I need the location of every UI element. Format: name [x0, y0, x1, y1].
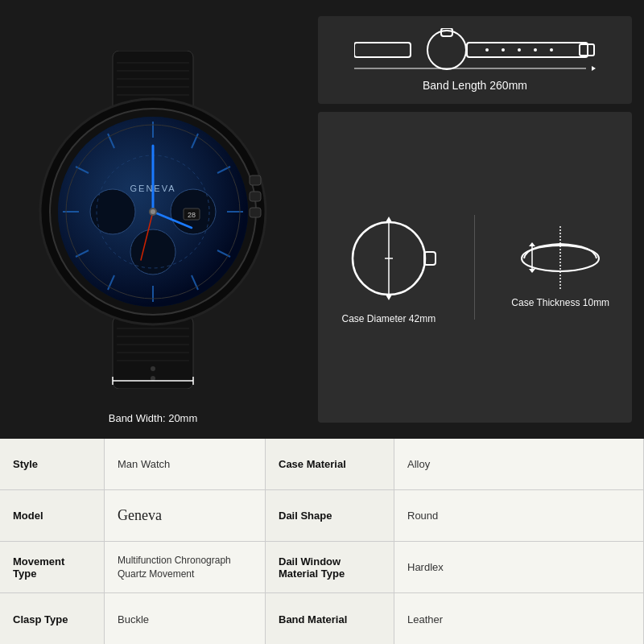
svg-point-12: [151, 366, 155, 371]
watch-container: GENEVA 28 Band Width: 20mm: [0, 0, 306, 439]
band-width-text: Band Width: 20mm: [109, 412, 198, 424]
dial-window-value-text: Hardlex: [407, 561, 444, 573]
svg-point-13: [151, 376, 155, 381]
case-thickness-label: Case Thickness 10mm: [511, 297, 609, 308]
cell-movement-value: Multifunction Chronograph Quartz Movemen…: [105, 542, 266, 592]
cell-band-material-header: Band Material: [266, 593, 394, 644]
dial-window-header-text: Dail Window Material Type: [279, 555, 381, 580]
dial-shape-value-text: Round: [407, 510, 438, 522]
divider: [474, 215, 475, 320]
case-material-value-text: Alloy: [407, 458, 430, 470]
movement-value-text: Multifunction Chronograph Quartz Movemen…: [118, 554, 252, 581]
cell-clasp-header: Clasp Type: [0, 593, 105, 644]
case-material-header-text: Case Material: [279, 458, 346, 470]
band-length-area: Band Length 260mm: [318, 16, 632, 104]
watch-illustration: GENEVA 28: [16, 51, 290, 389]
cell-clasp-value: Buckle: [105, 593, 266, 644]
table-row: Clasp Type Buckle Band Material Leather: [0, 593, 644, 644]
case-diameter-svg: [341, 210, 437, 307]
movement-header-text: Movement Type: [13, 555, 91, 580]
svg-marker-65: [386, 217, 392, 222]
case-thickness-svg: [520, 226, 601, 291]
cell-case-material-header: Case Material: [266, 439, 394, 489]
cell-case-material-value: Alloy: [394, 439, 644, 489]
svg-marker-66: [386, 295, 392, 300]
cell-dial-window-header: Dail Window Material Type: [266, 542, 394, 592]
model-value-text: Geneva: [118, 507, 162, 524]
specs-container: Band Length 260mm Case Diameter 4: [306, 0, 644, 439]
cell-dial-shape-header: Dail Shape: [266, 490, 394, 541]
svg-point-57: [550, 48, 553, 52]
svg-point-55: [518, 48, 521, 52]
cell-style-value: Man Watch: [105, 439, 266, 489]
dimensions-area: Case Diameter 42mm Case Thickness 10mm: [318, 112, 632, 423]
specs-table: Style Man Watch Case Material Alloy Mode…: [0, 439, 644, 644]
table-row: Style Man Watch Case Material Alloy: [0, 439, 644, 490]
dial-shape-header-text: Dail Shape: [279, 510, 332, 522]
case-diameter-label: Case Diameter 42mm: [342, 313, 436, 324]
band-material-header-text: Band Material: [279, 613, 347, 625]
svg-rect-40: [250, 175, 261, 185]
svg-rect-52: [467, 43, 588, 57]
svg-point-54: [502, 48, 505, 52]
svg-rect-41: [250, 192, 261, 201]
svg-point-39: [151, 209, 155, 214]
case-diameter-item: Case Diameter 42mm: [341, 210, 437, 324]
clasp-header-text: Clasp Type: [13, 613, 68, 625]
svg-text:28: 28: [188, 211, 196, 219]
svg-marker-61: [592, 66, 596, 71]
cell-style-header: Style: [0, 439, 105, 489]
band-length-svg: [354, 28, 596, 72]
svg-point-56: [534, 48, 537, 52]
cell-dial-window-value: Hardlex: [394, 542, 644, 592]
cell-model-value: Geneva: [105, 490, 266, 541]
case-thickness-item: Case Thickness 10mm: [511, 226, 609, 308]
model-header-text: Model: [13, 510, 43, 522]
band-length-text: Band Length 260mm: [423, 79, 527, 92]
table-row: Movement Type Multifunction Chronograph …: [0, 542, 644, 593]
svg-text:GENEVA: GENEVA: [130, 184, 175, 193]
svg-marker-71: [529, 242, 535, 246]
top-section: GENEVA 28 Band Width: 20mm: [0, 0, 644, 439]
svg-rect-49: [354, 43, 411, 57]
style-header-text: Style: [13, 458, 38, 470]
svg-marker-72: [529, 269, 535, 273]
svg-point-33: [130, 229, 175, 275]
clasp-value-text: Buckle: [118, 613, 149, 625]
band-material-value-text: Leather: [407, 613, 443, 625]
cell-movement-header: Movement Type: [0, 542, 105, 592]
svg-rect-51: [441, 28, 452, 36]
cell-dial-shape-value: Round: [394, 490, 644, 541]
table-row: Model Geneva Dail Shape Round: [0, 490, 644, 542]
cell-band-material-value: Leather: [394, 593, 644, 644]
svg-rect-42: [250, 208, 261, 217]
watch-image-area: GENEVA 28: [12, 27, 294, 413]
band-width-label: Band Width: 20mm: [109, 412, 198, 424]
svg-point-53: [485, 48, 489, 52]
style-value-text: Man Watch: [118, 458, 170, 470]
cell-model-header: Model: [0, 490, 105, 541]
